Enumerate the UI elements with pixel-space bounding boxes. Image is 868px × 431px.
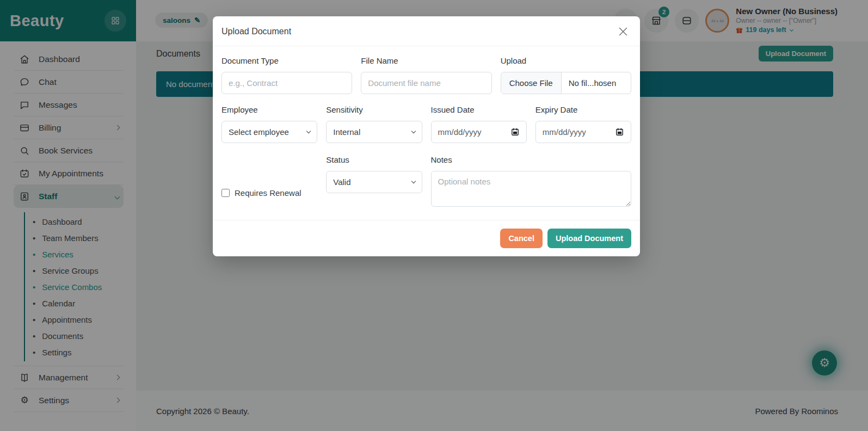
document-type-input[interactable] xyxy=(221,72,352,94)
calendar-icon[interactable] xyxy=(615,127,624,137)
submit-upload-button[interactable]: Upload Document xyxy=(547,229,631,248)
modal-footer: Cancel Upload Document xyxy=(213,220,640,256)
status-label: Status xyxy=(326,155,422,164)
modal-body: Document Type File Name Upload Choose Fi… xyxy=(213,46,640,220)
chevron-down-icon xyxy=(306,128,311,133)
issued-date-input[interactable]: mm/dd/yyyy xyxy=(431,121,527,143)
notes-label: Notes xyxy=(431,155,632,164)
requires-renewal-label: Requires Renewal xyxy=(235,188,301,198)
employee-label: Employee xyxy=(221,105,317,114)
cancel-button[interactable]: Cancel xyxy=(500,229,543,248)
close-button[interactable] xyxy=(617,26,629,38)
modal-title: Upload Document xyxy=(221,27,291,36)
chevron-down-icon xyxy=(411,128,415,133)
expiry-date-input[interactable]: mm/dd/yyyy xyxy=(535,121,631,143)
file-upload-input[interactable]: Choose File No fil...hosen xyxy=(501,72,631,94)
sensitivity-label: Sensitivity xyxy=(326,105,422,114)
upload-document-modal: Upload Document Document Type File Name … xyxy=(213,16,640,256)
choose-file-button[interactable]: Choose File xyxy=(501,72,562,94)
requires-renewal-checkbox[interactable] xyxy=(221,189,230,197)
status-select[interactable]: Valid xyxy=(326,171,422,193)
document-type-label: Document Type xyxy=(221,56,352,65)
file-name-input[interactable] xyxy=(361,72,491,94)
close-icon xyxy=(617,26,629,38)
modal-header: Upload Document xyxy=(213,16,640,46)
issued-date-label: Issued Date xyxy=(431,105,527,114)
employee-select[interactable]: Select employee xyxy=(221,121,317,143)
sensitivity-select[interactable]: Internal xyxy=(326,121,422,143)
upload-label: Upload xyxy=(501,56,631,65)
expiry-date-label: Expiry Date xyxy=(535,105,631,114)
file-name-label: File Name xyxy=(361,56,491,65)
calendar-icon[interactable] xyxy=(510,127,520,137)
requires-renewal-field: Requires Renewal xyxy=(221,155,317,209)
notes-textarea[interactable] xyxy=(431,171,632,207)
file-chosen-status: No fil...hosen xyxy=(562,72,624,94)
chevron-down-icon xyxy=(411,178,415,183)
